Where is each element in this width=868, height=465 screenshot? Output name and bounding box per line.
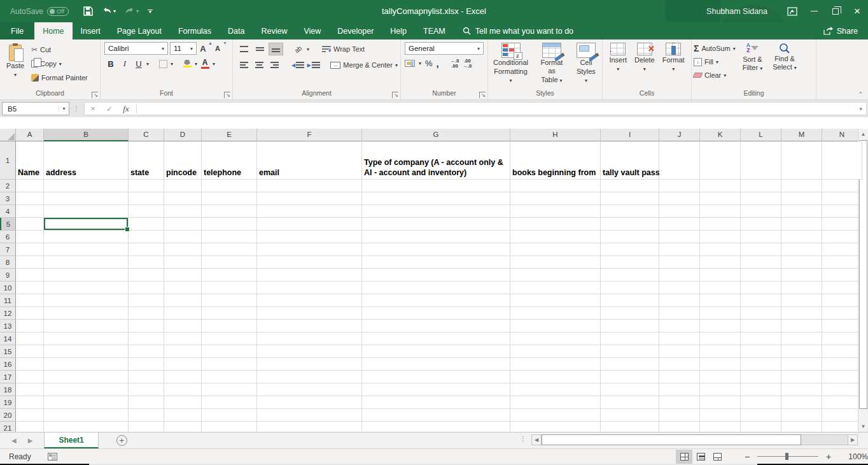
cell-D1[interactable]: pincode xyxy=(164,141,202,180)
find-select-button[interactable]: Find & Select ▾ xyxy=(769,41,800,89)
cell-L16[interactable] xyxy=(741,358,781,371)
cell-L20[interactable] xyxy=(741,409,781,422)
select-all-corner[interactable] xyxy=(0,129,16,141)
cell-H10[interactable] xyxy=(510,282,601,294)
cell-E3[interactable] xyxy=(202,192,257,205)
cell-A20[interactable] xyxy=(16,409,44,422)
hscroll-right-icon[interactable]: ▶ xyxy=(848,434,858,445)
minimize-button[interactable] xyxy=(803,0,825,22)
cell-N8[interactable] xyxy=(822,256,862,269)
cell-C3[interactable] xyxy=(129,192,164,205)
cell-M21[interactable] xyxy=(781,422,822,432)
cell-styles-button[interactable]: Cell Styles ▾ xyxy=(572,41,600,89)
cell-K5[interactable] xyxy=(700,218,741,231)
italic-button[interactable]: I xyxy=(118,57,131,70)
col-header-F[interactable]: F xyxy=(257,129,362,141)
cell-M19[interactable] xyxy=(781,396,822,409)
cell-M11[interactable] xyxy=(781,294,822,307)
cell-B12[interactable] xyxy=(44,307,129,320)
cell-I14[interactable] xyxy=(601,333,659,345)
cell-G15[interactable] xyxy=(362,345,510,358)
sheetbar-splitter[interactable]: ⋮ xyxy=(520,435,526,442)
cell-L2[interactable] xyxy=(741,180,781,192)
row-header-20[interactable]: 20 xyxy=(0,409,16,422)
cell-D12[interactable] xyxy=(164,307,202,320)
borders-dropdown-icon[interactable]: ▾ xyxy=(171,61,173,67)
row-header-12[interactable]: 12 xyxy=(0,307,16,320)
row-header-17[interactable]: 17 xyxy=(0,371,16,383)
cell-D9[interactable] xyxy=(164,269,202,282)
cell-N17[interactable] xyxy=(822,371,862,383)
cell-B8[interactable] xyxy=(44,256,129,269)
cell-N14[interactable] xyxy=(822,333,862,345)
cell-F21[interactable] xyxy=(257,422,362,432)
horizontal-scrollbar[interactable]: ◀ ▶ xyxy=(531,434,858,445)
cell-H11[interactable] xyxy=(510,294,601,307)
cell-D11[interactable] xyxy=(164,294,202,307)
tab-team[interactable]: TEAM xyxy=(415,22,454,39)
paste-button[interactable]: Paste ▾ xyxy=(2,41,29,89)
page-layout-view-button[interactable] xyxy=(692,450,709,464)
cell-N13[interactable] xyxy=(822,320,862,333)
cell-L4[interactable] xyxy=(741,205,781,218)
cell-E6[interactable] xyxy=(202,231,257,243)
cell-F6[interactable] xyxy=(257,231,362,243)
cell-F14[interactable] xyxy=(257,333,362,345)
cell-C17[interactable] xyxy=(129,371,164,383)
vscroll-thumb[interactable] xyxy=(859,140,867,409)
cell-B18[interactable] xyxy=(44,383,129,396)
cell-F18[interactable] xyxy=(257,383,362,396)
cell-I11[interactable] xyxy=(601,294,659,307)
cell-A1[interactable]: Name xyxy=(16,141,44,180)
cell-G11[interactable] xyxy=(362,294,510,307)
cell-E10[interactable] xyxy=(202,282,257,294)
cell-D18[interactable] xyxy=(164,383,202,396)
cell-M20[interactable] xyxy=(781,409,822,422)
sheet-nav-next-icon[interactable]: ▶ xyxy=(28,437,33,444)
cut-button[interactable]: ✂ Cut xyxy=(29,43,90,57)
cell-G5[interactable] xyxy=(362,218,510,231)
hscroll-left-icon[interactable]: ◀ xyxy=(531,434,542,445)
cell-E20[interactable] xyxy=(202,409,257,422)
cell-H8[interactable] xyxy=(510,256,601,269)
orientation-button[interactable]: ab xyxy=(291,43,305,55)
cell-M16[interactable] xyxy=(781,358,822,371)
cell-A11[interactable] xyxy=(16,294,44,307)
collapse-ribbon-icon[interactable]: ⌃ xyxy=(858,91,863,97)
cell-K2[interactable] xyxy=(700,180,741,192)
merge-center-dropdown-icon[interactable]: ▾ xyxy=(395,62,398,68)
macro-record-icon[interactable] xyxy=(48,453,57,461)
cell-N20[interactable] xyxy=(822,409,862,422)
cell-E12[interactable] xyxy=(202,307,257,320)
cell-G2[interactable] xyxy=(362,180,510,192)
cell-D21[interactable] xyxy=(164,422,202,432)
row-header-18[interactable]: 18 xyxy=(0,383,16,396)
insert-function-button[interactable]: fx xyxy=(118,104,134,114)
cell-K10[interactable] xyxy=(700,282,741,294)
autosave-toggle[interactable]: AutoSave Off xyxy=(10,7,69,16)
bottom-align-button[interactable] xyxy=(269,43,283,55)
cell-H17[interactable] xyxy=(510,371,601,383)
cell-E19[interactable] xyxy=(202,396,257,409)
copy-dropdown-icon[interactable]: ▾ xyxy=(59,61,62,67)
cell-B15[interactable] xyxy=(44,345,129,358)
cell-H13[interactable] xyxy=(510,320,601,333)
fill-color-dropdown-icon[interactable]: ▾ xyxy=(195,61,197,67)
cell-J9[interactable] xyxy=(659,269,700,282)
cell-M2[interactable] xyxy=(781,180,822,192)
cell-E8[interactable] xyxy=(202,256,257,269)
cell-J20[interactable] xyxy=(659,409,700,422)
vscroll-down-icon[interactable]: ▼ xyxy=(858,421,868,432)
name-box[interactable]: B5 ▾ xyxy=(2,102,69,115)
cell-A21[interactable] xyxy=(16,422,44,432)
cell-J16[interactable] xyxy=(659,358,700,371)
row-header-13[interactable]: 13 xyxy=(0,320,16,333)
cell-G13[interactable] xyxy=(362,320,510,333)
cell-F2[interactable] xyxy=(257,180,362,192)
borders-button[interactable] xyxy=(157,57,169,70)
cell-J19[interactable] xyxy=(659,396,700,409)
tell-me-search[interactable]: Tell me what you want to do xyxy=(454,22,582,39)
autosum-dropdown-icon[interactable]: ▾ xyxy=(733,46,736,52)
cell-D13[interactable] xyxy=(164,320,202,333)
cell-C9[interactable] xyxy=(129,269,164,282)
